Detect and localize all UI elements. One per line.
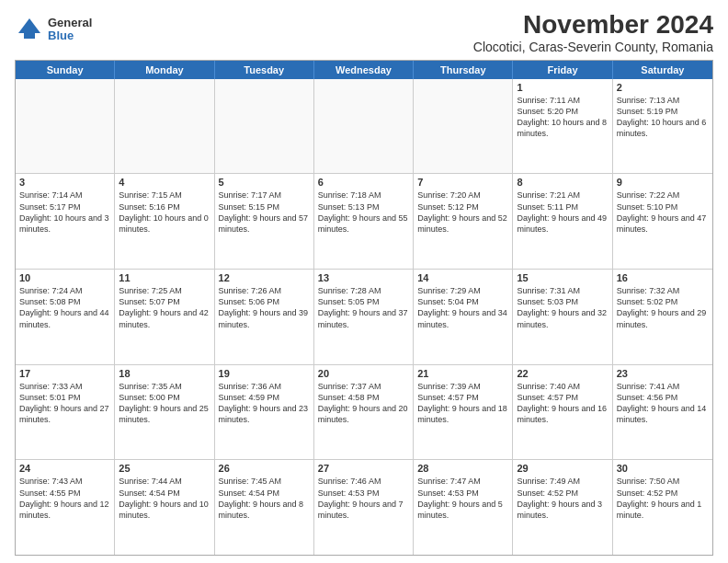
day-info: Sunrise: 7:39 AM Sunset: 4:57 PM Dayligh… — [417, 381, 508, 426]
day-cell: 2Sunrise: 7:13 AM Sunset: 5:19 PM Daylig… — [613, 79, 712, 174]
day-cell — [115, 79, 214, 174]
day-cell — [414, 79, 513, 174]
day-info: Sunrise: 7:21 AM Sunset: 5:11 PM Dayligh… — [517, 190, 608, 235]
day-number: 21 — [417, 368, 508, 379]
day-cell: 25Sunrise: 7:44 AM Sunset: 4:54 PM Dayli… — [115, 460, 214, 555]
day-number: 30 — [617, 463, 709, 474]
day-number: 1 — [517, 82, 608, 93]
day-cell: 3Sunrise: 7:14 AM Sunset: 5:17 PM Daylig… — [16, 174, 115, 269]
day-cell: 6Sunrise: 7:18 AM Sunset: 5:13 PM Daylig… — [314, 174, 414, 269]
day-cell: 16Sunrise: 7:32 AM Sunset: 5:02 PM Dayli… — [613, 270, 712, 364]
day-number: 7 — [417, 177, 508, 188]
day-number: 19 — [219, 368, 310, 379]
day-number: 9 — [617, 177, 709, 188]
day-info: Sunrise: 7:44 AM Sunset: 4:54 PM Dayligh… — [119, 476, 210, 521]
day-number: 14 — [417, 272, 508, 283]
day-info: Sunrise: 7:22 AM Sunset: 5:10 PM Dayligh… — [617, 190, 709, 235]
header-day-saturday: Saturday — [613, 61, 712, 79]
day-info: Sunrise: 7:28 AM Sunset: 5:05 PM Dayligh… — [318, 285, 409, 330]
day-cell: 9Sunrise: 7:22 AM Sunset: 5:10 PM Daylig… — [613, 174, 712, 269]
day-number: 3 — [19, 177, 110, 188]
day-number: 23 — [617, 368, 709, 379]
day-cell: 30Sunrise: 7:50 AM Sunset: 4:52 PM Dayli… — [613, 460, 712, 555]
day-info: Sunrise: 7:50 AM Sunset: 4:52 PM Dayligh… — [617, 476, 709, 521]
day-cell: 8Sunrise: 7:21 AM Sunset: 5:11 PM Daylig… — [513, 174, 612, 269]
header-day-thursday: Thursday — [414, 61, 513, 79]
day-cell: 13Sunrise: 7:28 AM Sunset: 5:05 PM Dayli… — [314, 270, 414, 364]
svg-marker-0 — [18, 18, 40, 33]
day-info: Sunrise: 7:18 AM Sunset: 5:13 PM Dayligh… — [318, 190, 409, 235]
day-number: 13 — [318, 272, 409, 283]
day-cell: 10Sunrise: 7:24 AM Sunset: 5:08 PM Dayli… — [16, 270, 115, 364]
day-cell: 12Sunrise: 7:26 AM Sunset: 5:06 PM Dayli… — [215, 270, 314, 364]
day-number: 28 — [417, 463, 508, 474]
day-info: Sunrise: 7:47 AM Sunset: 4:53 PM Dayligh… — [417, 476, 508, 521]
day-info: Sunrise: 7:32 AM Sunset: 5:02 PM Dayligh… — [617, 285, 709, 330]
day-cell: 22Sunrise: 7:40 AM Sunset: 4:57 PM Dayli… — [513, 365, 612, 460]
day-number: 15 — [517, 272, 608, 283]
day-number: 6 — [318, 177, 409, 188]
logo-general: General — [48, 17, 92, 29]
day-info: Sunrise: 7:37 AM Sunset: 4:58 PM Dayligh… — [318, 381, 409, 426]
day-cell: 28Sunrise: 7:47 AM Sunset: 4:53 PM Dayli… — [414, 460, 513, 555]
header: General Blue November 2024 Clocotici, Ca… — [15, 11, 713, 54]
day-info: Sunrise: 7:24 AM Sunset: 5:08 PM Dayligh… — [19, 285, 110, 330]
week-3: 10Sunrise: 7:24 AM Sunset: 5:08 PM Dayli… — [16, 270, 712, 365]
day-number: 26 — [219, 463, 310, 474]
week-2: 3Sunrise: 7:14 AM Sunset: 5:17 PM Daylig… — [16, 174, 712, 270]
day-number: 5 — [219, 177, 310, 188]
week-5: 24Sunrise: 7:43 AM Sunset: 4:55 PM Dayli… — [16, 460, 712, 555]
calendar-header: SundayMondayTuesdayWednesdayThursdayFrid… — [16, 61, 712, 79]
location-subtitle: Clocotici, Caras-Severin County, Romania — [473, 40, 713, 54]
week-4: 17Sunrise: 7:33 AM Sunset: 5:01 PM Dayli… — [16, 365, 712, 461]
day-number: 25 — [119, 463, 210, 474]
day-number: 17 — [19, 368, 110, 379]
day-cell: 4Sunrise: 7:15 AM Sunset: 5:16 PM Daylig… — [115, 174, 214, 269]
day-number: 16 — [617, 272, 709, 283]
day-number: 29 — [517, 463, 608, 474]
day-info: Sunrise: 7:31 AM Sunset: 5:03 PM Dayligh… — [517, 285, 608, 330]
header-day-tuesday: Tuesday — [215, 61, 314, 79]
day-cell — [314, 79, 414, 174]
day-info: Sunrise: 7:40 AM Sunset: 4:57 PM Dayligh… — [517, 381, 608, 426]
day-info: Sunrise: 7:36 AM Sunset: 4:59 PM Dayligh… — [219, 381, 310, 426]
day-info: Sunrise: 7:14 AM Sunset: 5:17 PM Dayligh… — [19, 190, 110, 235]
day-number: 2 — [617, 82, 709, 93]
day-number: 12 — [219, 272, 310, 283]
day-cell: 24Sunrise: 7:43 AM Sunset: 4:55 PM Dayli… — [16, 460, 115, 555]
day-cell — [215, 79, 314, 174]
page: General Blue November 2024 Clocotici, Ca… — [0, 0, 728, 563]
day-info: Sunrise: 7:49 AM Sunset: 4:52 PM Dayligh… — [517, 476, 608, 521]
day-cell: 19Sunrise: 7:36 AM Sunset: 4:59 PM Dayli… — [215, 365, 314, 460]
day-number: 8 — [517, 177, 608, 188]
logo-blue: Blue — [48, 29, 92, 42]
logo: General Blue — [15, 15, 92, 44]
day-number: 20 — [318, 368, 409, 379]
day-info: Sunrise: 7:29 AM Sunset: 5:04 PM Dayligh… — [417, 285, 508, 330]
day-info: Sunrise: 7:20 AM Sunset: 5:12 PM Dayligh… — [417, 190, 508, 235]
day-info: Sunrise: 7:46 AM Sunset: 4:53 PM Dayligh… — [318, 476, 409, 521]
day-number: 27 — [318, 463, 409, 474]
day-number: 22 — [517, 368, 608, 379]
header-day-friday: Friday — [513, 61, 612, 79]
logo-text: General Blue — [48, 17, 92, 43]
day-cell: 11Sunrise: 7:25 AM Sunset: 5:07 PM Dayli… — [115, 270, 214, 364]
header-day-monday: Monday — [115, 61, 214, 79]
day-info: Sunrise: 7:13 AM Sunset: 5:19 PM Dayligh… — [617, 95, 709, 140]
day-info: Sunrise: 7:17 AM Sunset: 5:15 PM Dayligh… — [219, 190, 310, 235]
day-cell: 17Sunrise: 7:33 AM Sunset: 5:01 PM Dayli… — [16, 365, 115, 460]
day-number: 18 — [119, 368, 210, 379]
month-year-title: November 2024 — [473, 11, 713, 40]
week-1: 1Sunrise: 7:11 AM Sunset: 5:20 PM Daylig… — [16, 79, 712, 175]
day-info: Sunrise: 7:43 AM Sunset: 4:55 PM Dayligh… — [19, 476, 110, 521]
title-block: November 2024 Clocotici, Caras-Severin C… — [473, 11, 713, 54]
day-cell: 1Sunrise: 7:11 AM Sunset: 5:20 PM Daylig… — [513, 79, 612, 174]
day-number: 4 — [119, 177, 210, 188]
day-cell: 14Sunrise: 7:29 AM Sunset: 5:04 PM Dayli… — [414, 270, 513, 364]
calendar-body: 1Sunrise: 7:11 AM Sunset: 5:20 PM Daylig… — [16, 79, 712, 555]
day-cell: 23Sunrise: 7:41 AM Sunset: 4:56 PM Dayli… — [613, 365, 712, 460]
day-cell: 26Sunrise: 7:45 AM Sunset: 4:54 PM Dayli… — [215, 460, 314, 555]
day-info: Sunrise: 7:41 AM Sunset: 4:56 PM Dayligh… — [617, 381, 709, 426]
day-info: Sunrise: 7:26 AM Sunset: 5:06 PM Dayligh… — [219, 285, 310, 330]
day-cell: 7Sunrise: 7:20 AM Sunset: 5:12 PM Daylig… — [414, 174, 513, 269]
